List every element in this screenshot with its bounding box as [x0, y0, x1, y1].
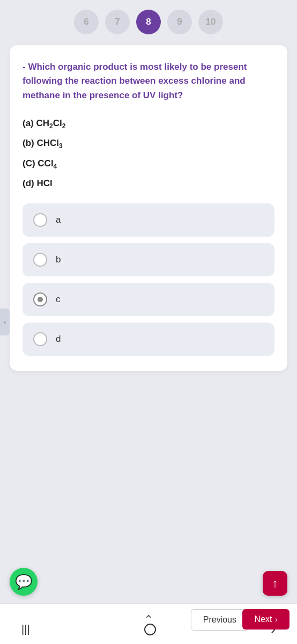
choice-b-label: b [56, 254, 61, 265]
question-card: - Which organic product is most likely t… [10, 45, 287, 371]
option-b: (b) CHCl3 [23, 136, 274, 151]
radio-a [33, 213, 47, 227]
radio-b [33, 253, 47, 267]
choice-a[interactable]: a [23, 203, 274, 237]
page-10[interactable]: 10 [198, 10, 223, 34]
page-9[interactable]: 9 [167, 10, 192, 34]
radio-d [33, 332, 47, 346]
nav-buttons-row: ⌃ Previous Next › [0, 604, 297, 616]
choices-section: a b c d [23, 203, 274, 356]
up-arrow-button[interactable]: ⌃ [138, 609, 159, 631]
up-arrow-icon: ⌃ [144, 613, 153, 627]
option-c: (C) CCl4 [23, 157, 274, 171]
whatsapp-fab[interactable]: 💬 [10, 568, 38, 596]
bottom-nav: ⌃ Previous Next › ||| › [0, 603, 297, 644]
option-a: (a) CH2Cl2 [23, 116, 274, 131]
page-6[interactable]: 6 [74, 10, 99, 34]
choice-d-label: d [56, 334, 61, 345]
option-d: (d) HCl [23, 177, 274, 191]
choice-c[interactable]: c [23, 283, 274, 316]
choice-b[interactable]: b [23, 243, 274, 276]
choice-a-label: a [56, 215, 61, 225]
next-label: Next [254, 614, 272, 624]
scroll-top-fab[interactable]: ↑ [263, 571, 287, 596]
choice-c-label: c [56, 294, 61, 305]
question-text: - Which organic product is most likely t… [23, 60, 274, 103]
choice-d[interactable]: d [23, 323, 274, 356]
side-tab[interactable]: ‹ [0, 309, 10, 335]
radio-c [33, 292, 47, 306]
whatsapp-icon: 💬 [15, 574, 32, 590]
side-tab-arrow-icon: ‹ [4, 319, 6, 325]
next-button[interactable]: Next › [242, 609, 289, 630]
pagination-bar: 678910 [0, 0, 297, 45]
page-8[interactable]: 8 [136, 10, 161, 34]
menu-icon[interactable]: ||| [21, 623, 30, 635]
page-7[interactable]: 7 [105, 10, 130, 34]
next-arrow-icon: › [275, 615, 278, 624]
scroll-top-icon: ↑ [272, 576, 278, 590]
previous-button[interactable]: Previous [191, 609, 249, 631]
